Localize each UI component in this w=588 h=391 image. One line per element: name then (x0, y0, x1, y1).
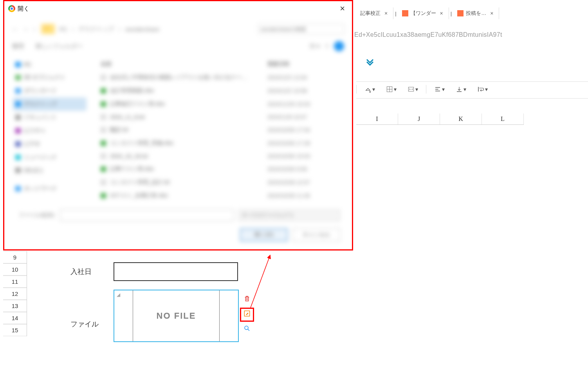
nav-back-icon[interactable]: ← (12, 26, 18, 32)
formatting-toolbar: ▾ ▾ ▾ ▾ ▾ ▾ (356, 81, 588, 99)
dropdown-caret-icon: ▾ (394, 86, 397, 92)
browser-tab-strip: 記事校正 × | 【ワンダー × | 投稿を… × (356, 7, 588, 20)
file-date: 2024/12/2 10:58 (267, 88, 338, 94)
text-wrap-icon (477, 86, 484, 93)
row-header[interactable]: 9 (3, 251, 27, 263)
file-list-headers: 名前 更新日時 (97, 58, 342, 71)
row-header[interactable]: 13 (3, 300, 27, 312)
file-row[interactable]: 記事テスト用.xlsx2024/10/30 9:59 (97, 162, 342, 176)
file-row[interactable]: 記事修正テスト用.xlsx2024/11/29 15:03 (97, 97, 342, 111)
nav-forward-icon[interactable]: → (23, 26, 29, 32)
file-type-icon (101, 88, 106, 94)
browser-tab[interactable]: 【ワンダー × (398, 7, 449, 19)
valign-button[interactable]: ▾ (453, 84, 469, 94)
file-cell-left-segment (114, 290, 133, 341)
browser-tab[interactable]: 記事校正 × (356, 7, 393, 19)
row-headers: 9 10 11 12 13 14 15 (3, 251, 27, 336)
user-avatar-icon[interactable] (334, 41, 344, 51)
sidebar-item-desktop[interactable]: デスクトップ (13, 97, 87, 111)
cancel-button[interactable]: キャンセル (292, 228, 340, 241)
organize-button[interactable]: 整理 (12, 43, 24, 50)
close-icon[interactable]: × (489, 10, 495, 16)
filename-input[interactable] (60, 209, 234, 221)
wrap-button[interactable]: ▾ (474, 84, 491, 94)
sidebar-item-music[interactable]: ミュージック (13, 151, 87, 164)
sidebar-item-pc[interactable]: PC (13, 58, 87, 71)
view-options-icon[interactable]: ☰ ▾ (310, 43, 319, 50)
help-icon[interactable]: ? (325, 43, 328, 50)
file-date: 2024/10/28 12:57 (267, 179, 338, 186)
file-name: 翻訳.txt (110, 126, 263, 133)
close-icon[interactable]: × (438, 10, 445, 16)
nav-up-icon[interactable]: ↑ (33, 26, 36, 32)
column-header[interactable]: J (398, 114, 440, 124)
paint-bucket-icon (364, 86, 372, 93)
breadcrumb-item[interactable]: PC (60, 26, 68, 32)
file-row[interactable]: 2024_10_16.txt2024/10/30 15:53 (97, 150, 342, 162)
sidebar-item-documents[interactable]: ドキュメント (13, 111, 87, 124)
column-header[interactable]: K (440, 114, 482, 124)
row-header[interactable]: 12 (3, 288, 27, 300)
file-type-icon (101, 166, 106, 172)
dropdown-caret-icon: ▾ (464, 86, 466, 92)
open-button[interactable]: 開く(O) (240, 228, 288, 241)
sidebar-item-3d[interactable]: 3D オブジェクト (13, 71, 87, 84)
close-button[interactable]: × (337, 4, 348, 14)
column-date-header[interactable]: 更新日時 (267, 61, 338, 68)
svg-rect-5 (408, 87, 414, 92)
folder-icon: 📁 (41, 24, 55, 34)
browser-tab[interactable]: 投稿を… × (453, 7, 499, 19)
filename-label: ファイル名(N): (16, 212, 55, 219)
svg-rect-1 (457, 10, 464, 16)
column-name-header[interactable]: 名前 (101, 61, 267, 68)
expand-chevron-icon[interactable] (366, 58, 374, 68)
favicon-icon (457, 10, 464, 16)
svg-line-13 (248, 329, 249, 331)
close-icon[interactable]: × (383, 10, 389, 16)
file-row[interactable]: 2024_11_8.txt2024/11/8 10:07 (97, 111, 342, 123)
delete-button[interactable] (243, 294, 251, 303)
file-cell-right-segment (219, 290, 238, 341)
column-header[interactable]: L (482, 114, 524, 124)
column-header[interactable]: I (356, 114, 398, 124)
url-bar-fragment[interactable]: Ed+Xe5cILcuu1xa38aemgE7uKf687BDmtunisIA9… (354, 31, 502, 38)
sidebar-item-pictures[interactable]: ピクチャ (13, 124, 87, 137)
sidebar-item-network[interactable]: ネットワーク (13, 182, 87, 195)
fill-color-button[interactable]: ▾ (361, 84, 378, 94)
merge-cells-button[interactable]: ▾ (404, 84, 421, 94)
annotation-highlight (240, 308, 254, 322)
file-name: 会計管理画面.xlsx (110, 87, 263, 94)
border-button[interactable]: ▾ (383, 84, 400, 94)
file-row[interactable]: 会社式と半導体式の画面レイアウトを使い分けるケー…2024/12/2 12:04 (97, 71, 342, 84)
toolbar-separator (356, 85, 357, 94)
row-header[interactable]: 11 (3, 276, 27, 288)
file-date: 2024/10/30 17:28 (267, 140, 338, 146)
new-folder-button[interactable]: 新しいフォルダー (36, 43, 83, 50)
breadcrumb-item[interactable]: デスクトップ (79, 25, 114, 33)
align-button[interactable]: ▾ (431, 84, 448, 94)
file-date: 2024/12/2 12:04 (267, 74, 338, 81)
sidebar-item-videos[interactable]: ビデオ (13, 137, 87, 151)
dropdown-caret-icon: ▾ (442, 86, 445, 92)
row-header[interactable]: 10 (3, 263, 27, 276)
sidebar-item-drive-c[interactable]: OS (C:) (13, 164, 87, 177)
file-row[interactable]: 翻訳.txt2024/10/30 17:54 (97, 123, 342, 137)
trash-icon (243, 295, 251, 302)
sidebar-item-downloads[interactable]: ダウンロード (13, 84, 87, 97)
breadcrumb-item[interactable]: wondershare (125, 26, 159, 32)
file-type-icon (101, 101, 106, 107)
hire-date-input[interactable] (114, 262, 238, 281)
file-name: 2024_10_16.txt (110, 153, 263, 159)
drag-handle-icon[interactable]: ◢ (117, 292, 120, 297)
file-open-dialog: 開く × ← → ↑ 📁 PC › デスクトップ › wondershare 整… (3, 0, 353, 250)
row-header[interactable]: 15 (3, 324, 27, 336)
search-input[interactable] (258, 24, 344, 34)
preview-button[interactable] (243, 324, 251, 333)
row-header[interactable]: 14 (3, 312, 27, 324)
file-row[interactable]: 会計管理画面.xlsx2024/12/2 10:58 (97, 84, 342, 97)
filetype-select[interactable]: すべてのファイル (*.*) (238, 209, 340, 221)
file-row[interactable]: コンタクト管理_実施.xlsx2024/10/30 17:28 (97, 137, 342, 150)
file-row[interactable]: コンタクト管理_設計.txt2024/10/28 12:57 (97, 176, 342, 189)
favicon-icon (402, 10, 408, 16)
file-attachment-cell[interactable]: ◢ NO FILE (114, 290, 239, 342)
